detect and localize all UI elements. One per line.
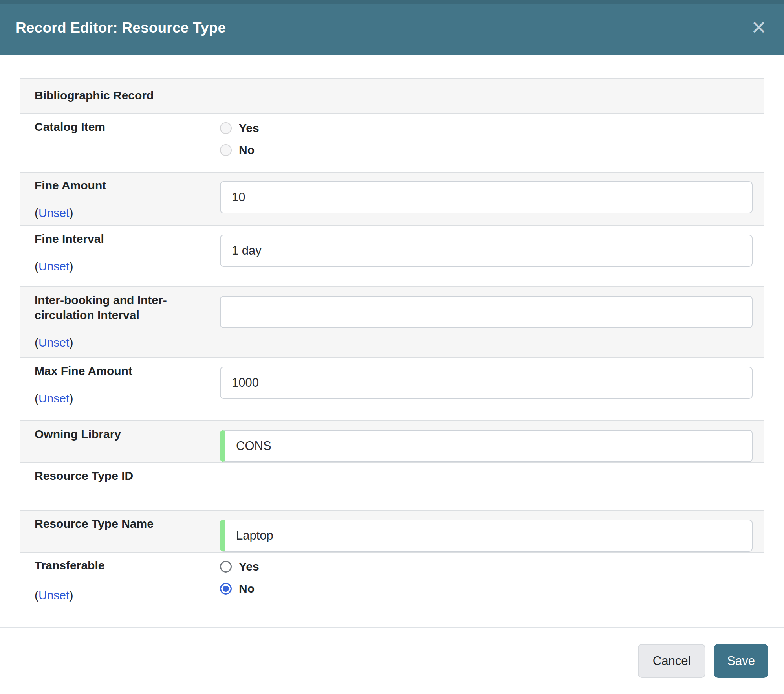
fine-interval-label: Fine Interval xyxy=(35,231,220,246)
catalog-item-no-radio[interactable] xyxy=(220,144,232,156)
owning-library-row: Owning Library xyxy=(20,420,764,462)
transferable-unset: (Unset) xyxy=(35,589,220,602)
inter-booking-interval-unset-link[interactable]: Unset xyxy=(38,336,69,349)
inter-booking-interval-label: Inter-booking and Inter-circulation Inte… xyxy=(35,293,220,323)
catalog-item-yes-label: Yes xyxy=(239,121,259,135)
catalog-item-option-no: No xyxy=(220,141,753,159)
bibliographic-record-label: Bibliographic Record xyxy=(35,88,220,103)
fine-interval-unset: (Unset) xyxy=(35,260,220,273)
transferable-no-radio[interactable] xyxy=(220,583,232,595)
modal-title: Record Editor: Resource Type xyxy=(16,20,226,36)
transferable-unset-link[interactable]: Unset xyxy=(38,589,69,602)
inter-booking-interval-row: Inter-booking and Inter-circulation Inte… xyxy=(20,286,764,357)
fine-amount-row: Fine Amount (Unset) xyxy=(20,172,764,225)
fine-interval-unset-link[interactable]: Unset xyxy=(38,260,69,273)
catalog-item-option-yes: Yes xyxy=(220,119,753,137)
catalog-item-yes-radio[interactable] xyxy=(220,122,232,134)
bibliographic-record-row: Bibliographic Record xyxy=(20,78,764,113)
max-fine-amount-input[interactable] xyxy=(220,367,753,399)
max-fine-amount-unset-link[interactable]: Unset xyxy=(38,392,69,405)
fine-amount-unset: (Unset) xyxy=(35,206,220,220)
fine-amount-input[interactable] xyxy=(220,181,753,213)
max-fine-amount-unset: (Unset) xyxy=(35,392,220,405)
modal-header: Record Editor: Resource Type ✕ xyxy=(0,0,784,55)
fine-amount-unset-link[interactable]: Unset xyxy=(38,206,69,219)
resource-type-name-input[interactable] xyxy=(220,520,753,552)
inter-booking-interval-input[interactable] xyxy=(220,296,753,328)
inter-booking-interval-unset: (Unset) xyxy=(35,336,220,349)
resource-type-id-label: Resource Type ID xyxy=(35,468,220,483)
catalog-item-no-label: No xyxy=(239,143,255,157)
fine-interval-input[interactable] xyxy=(220,235,753,267)
fine-interval-row: Fine Interval (Unset) xyxy=(20,225,764,286)
transferable-row: Transferable (Unset) Yes No xyxy=(20,552,764,621)
max-fine-amount-label: Max Fine Amount xyxy=(35,364,220,378)
catalog-item-row: Catalog Item Yes No xyxy=(20,113,764,172)
max-fine-amount-row: Max Fine Amount (Unset) xyxy=(20,357,764,420)
fine-amount-label: Fine Amount xyxy=(35,178,220,193)
transferable-label: Transferable xyxy=(35,558,220,573)
cancel-button[interactable]: Cancel xyxy=(638,644,706,678)
transferable-option-yes: Yes xyxy=(220,558,753,575)
transferable-yes-label: Yes xyxy=(239,560,259,573)
form-body: Bibliographic Record Catalog Item Yes No… xyxy=(20,78,764,621)
resource-type-id-row: Resource Type ID xyxy=(20,462,764,510)
resource-type-name-label: Resource Type Name xyxy=(35,516,220,531)
owning-library-label: Owning Library xyxy=(35,427,220,442)
transferable-yes-radio[interactable] xyxy=(220,561,232,573)
transferable-no-label: No xyxy=(239,582,255,595)
catalog-item-label: Catalog Item xyxy=(35,119,220,134)
save-button[interactable]: Save xyxy=(714,644,768,678)
close-icon[interactable]: ✕ xyxy=(751,18,767,37)
modal-footer: Cancel Save xyxy=(0,627,784,694)
resource-type-name-row: Resource Type Name xyxy=(20,510,764,552)
transferable-option-no: No xyxy=(220,580,753,597)
owning-library-input[interactable] xyxy=(220,430,753,462)
